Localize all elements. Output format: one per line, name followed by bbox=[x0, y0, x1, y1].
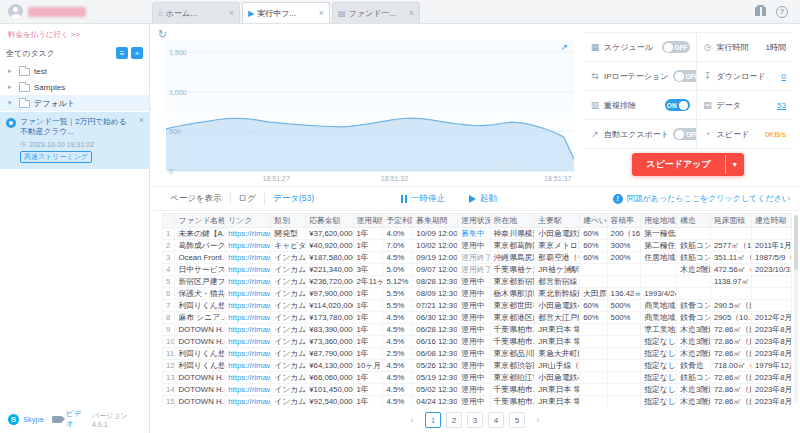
cell-募集期間: 06/16 12:30... bbox=[413, 336, 458, 348]
cell-リンク[interactable]: https://rimaw... bbox=[225, 360, 271, 372]
tab-home[interactable]: ⌂ホーム...× bbox=[152, 2, 240, 23]
view-tab-データ(53)[interactable]: データ(53) bbox=[265, 193, 322, 205]
sidebar-item-test[interactable]: ▸test bbox=[0, 63, 149, 79]
table-row[interactable]: 5新宿区戸建プ...https://rimaw...インカム型¥236,720,… bbox=[163, 276, 792, 288]
table-row[interactable]: 3Ocean Front...https://rimaw...インカム型¥187… bbox=[163, 252, 792, 264]
chevron-icon: ▾ bbox=[8, 99, 15, 107]
video-link[interactable]: ビデオ bbox=[66, 409, 88, 429]
help-icon[interactable]: ? bbox=[776, 6, 788, 18]
cell-所在地: 千葉県柏市... bbox=[490, 396, 535, 408]
table-row[interactable]: 9DOTOWN H...https://rimaw...インカム型¥83,390… bbox=[163, 324, 792, 336]
close-icon[interactable]: × bbox=[139, 115, 144, 125]
page-button-4[interactable]: 4 bbox=[488, 412, 504, 428]
cell-リンク[interactable]: https://rimaw... bbox=[225, 264, 271, 276]
start-button[interactable]: 起動 bbox=[469, 193, 497, 205]
table-row[interactable]: 11利回りくん想...https://rimaw...インカム型¥87,790,… bbox=[163, 348, 792, 360]
task-card[interactable]: ファンド一覧｜2万円で始める不動産クラウ... × ◷ 2023-10-10 1… bbox=[0, 112, 149, 169]
cell-リンク[interactable]: https://rimaw... bbox=[225, 396, 271, 408]
close-icon[interactable]: × bbox=[229, 8, 234, 18]
pause-button[interactable]: 一時停止 bbox=[401, 193, 445, 205]
y-axis-label: 0 bbox=[169, 167, 173, 174]
cell-リンク[interactable]: https://rimaw... bbox=[225, 336, 271, 348]
table-row[interactable]: 10DOTOWN H...https://rimaw...インカム型¥73,36… bbox=[163, 336, 792, 348]
toggle-IPローテーション[interactable]: OFF bbox=[673, 70, 697, 82]
avatar[interactable] bbox=[8, 4, 23, 19]
page-button-3[interactable]: 3 bbox=[467, 412, 483, 428]
setting-label: 重複排除 bbox=[604, 100, 636, 111]
table-row[interactable]: 4日中サービス...https://rimaw...インカム型¥221,340,… bbox=[163, 264, 792, 276]
toggle-自動エクスポート[interactable]: OFF bbox=[673, 128, 697, 140]
cell-構造: 木造3階建 bbox=[677, 396, 711, 408]
cell-リンク[interactable]: https://rimaw... bbox=[225, 384, 271, 396]
view-tab-ページを表示[interactable]: ページを表示 bbox=[162, 193, 231, 205]
view-tab-ログ[interactable]: ログ bbox=[231, 193, 265, 205]
toggle-スケジュール[interactable]: OFF bbox=[662, 41, 690, 53]
y-axis-label: 1,000 bbox=[169, 88, 187, 95]
column-header: リンク bbox=[225, 214, 271, 228]
tab-running-task[interactable]: ▶実行中フ...× bbox=[242, 2, 330, 23]
cell-用途地域: 住居地域 bbox=[641, 252, 677, 264]
cell-リンク[interactable]: https://rimaw... bbox=[225, 240, 271, 252]
table-row[interactable]: 6保護犬・猫共...https://rimaw...インカム型¥97,900,0… bbox=[163, 288, 792, 300]
setting-value[interactable]: 0 bbox=[782, 72, 786, 81]
table-row[interactable]: 12利回りくん想...https://rimaw...インカム型¥64,130,… bbox=[163, 360, 792, 372]
table-row[interactable]: 2葛飾成パーク...https://rimaw...キャピタル型¥40,920,… bbox=[163, 240, 792, 252]
run-monitor: ↻ ↗ 05001,0001,500 18:51:2718:51:3218:51… bbox=[150, 24, 800, 187]
cell-予定利回り: 4.5% bbox=[383, 360, 413, 372]
video-icon[interactable] bbox=[52, 416, 62, 423]
page-button-2[interactable]: 2 bbox=[446, 412, 462, 428]
page-button-1[interactable]: 1 bbox=[425, 412, 441, 428]
table-row[interactable]: 1未来の鍵【A...https://rimaw...開発型¥37,620,000… bbox=[163, 228, 792, 240]
cell-リンク[interactable]: https://rimaw... bbox=[225, 300, 271, 312]
sidebar-item-デフォルト[interactable]: ▾デフォルト bbox=[0, 95, 149, 111]
column-header-index bbox=[163, 214, 175, 228]
cell-リンク[interactable]: https://rimaw... bbox=[225, 312, 271, 324]
cell-主要駅: 東北新幹線那... bbox=[535, 288, 580, 300]
table-row[interactable]: 8麻布 シニア...https://rimaw...インカム型¥173,780,… bbox=[163, 312, 792, 324]
cell-応募金額: ¥173,780,000 bbox=[306, 312, 353, 324]
table-scrollbar[interactable] bbox=[794, 215, 798, 403]
cell-運用期間: 1年 bbox=[353, 288, 383, 300]
add-task-icon[interactable]: + bbox=[131, 47, 143, 59]
cell-ファンド名称: 麻布 シニア... bbox=[175, 312, 225, 324]
table-row[interactable]: 15DOTOWN H...https://rimaw...インカム型¥92,54… bbox=[163, 396, 792, 408]
sidebar-item-Samples[interactable]: ▸Samples bbox=[0, 79, 149, 95]
page-button-5[interactable]: 5 bbox=[509, 412, 525, 428]
cell-リンク[interactable]: https://rimaw... bbox=[225, 348, 271, 360]
cell-リンク[interactable]: https://rimaw... bbox=[225, 276, 271, 288]
skype-icon[interactable]: S bbox=[8, 414, 19, 425]
close-icon[interactable]: × bbox=[409, 8, 414, 18]
table-row[interactable]: 7利回りくん想...https://rimaw...インカム型¥114,020,… bbox=[163, 300, 792, 312]
prev-page-button[interactable]: ‹ bbox=[404, 412, 420, 428]
cell-容積率: 136.42㎡（建... bbox=[607, 288, 641, 300]
tab-fund-list[interactable]: ▤ファンド一...× bbox=[332, 2, 420, 23]
cell-主要駅: 那覇空港（モ... bbox=[535, 252, 580, 264]
refresh-icon[interactable]: ↻ bbox=[158, 28, 167, 41]
cell-リンク[interactable]: https://rimaw... bbox=[225, 252, 271, 264]
list-view-icon[interactable]: ≡ bbox=[116, 47, 128, 59]
close-icon[interactable]: × bbox=[319, 8, 324, 18]
skype-link[interactable]: Skype bbox=[23, 415, 44, 424]
cell-リンク[interactable]: https://rimaw... bbox=[225, 228, 271, 240]
gift-icon[interactable] bbox=[755, 7, 766, 16]
speedup-button[interactable]: スピードアップ ▾ bbox=[632, 153, 743, 176]
pay-link[interactable]: 料金を払うに行く >> bbox=[0, 24, 149, 44]
cell-類別: 開発型 bbox=[271, 228, 306, 240]
chevron-down-icon[interactable]: ▾ bbox=[725, 155, 744, 174]
expand-icon[interactable]: ↗ bbox=[560, 42, 568, 52]
setting-スケジュール: ▦スケジュールOFF bbox=[584, 33, 697, 62]
task-title: ファンド一覧｜2万円で始める不動産クラウ... bbox=[20, 117, 133, 137]
issue-link[interactable]: ! 問題があったらここをクリックしてください bbox=[613, 193, 790, 204]
cell-リンク[interactable]: https://rimaw... bbox=[225, 324, 271, 336]
next-page-button[interactable]: › bbox=[530, 412, 546, 428]
setting-label: スケジュール bbox=[604, 42, 653, 53]
cell-リンク[interactable]: https://rimaw... bbox=[225, 288, 271, 300]
cell-ファンド名称: DOTOWN H... bbox=[175, 336, 225, 348]
table-row[interactable]: 14DOTOWN H...https://rimaw...インカム型¥101,4… bbox=[163, 384, 792, 396]
toggle-重複排除[interactable]: ON bbox=[665, 99, 690, 111]
setting-ダウンロード: ↧ダウンロード0 bbox=[697, 62, 792, 91]
cell-リンク[interactable]: https://rimaw... bbox=[225, 372, 271, 384]
table-row[interactable]: 13DOTOWN H...https://rimaw...インカム型¥66,06… bbox=[163, 372, 792, 384]
setting-value[interactable]: 53 bbox=[777, 101, 786, 110]
cell-類別: インカム型 bbox=[271, 360, 306, 372]
